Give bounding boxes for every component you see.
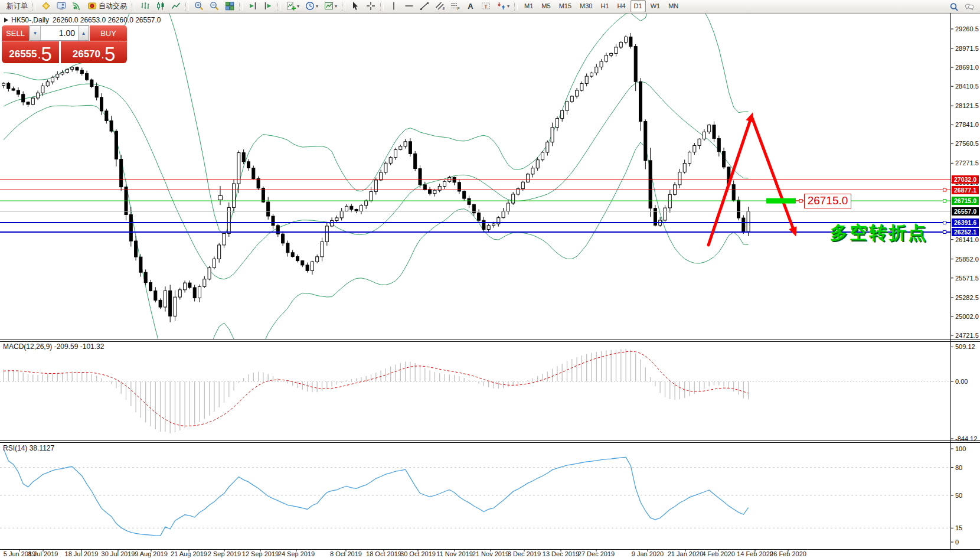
level-price-tag[interactable]: 26877.1 [952,186,979,194]
price-axis-tick-label: 27271.5 [955,159,979,167]
toolbar-separator [132,2,135,11]
object-anchor-square[interactable] [218,196,223,200]
buy-button[interactable]: BUY [90,25,127,41]
horizontal-line-button[interactable] [402,0,416,12]
bear-candle [634,47,637,82]
trendline-button[interactable] [417,0,432,12]
price-level-callout[interactable]: 26715.0 [804,194,851,208]
bear-candle [144,272,147,282]
sell-button[interactable]: SELL [2,25,29,41]
level-line-handle[interactable] [943,231,946,234]
bull-candle [174,297,177,316]
timeframe-m15-button[interactable]: M15 [556,0,575,12]
spinner-down-icon: ▼ [33,31,38,36]
bull-candle [536,160,539,168]
support-zone-bar[interactable] [766,198,796,204]
level-line-handle[interactable] [943,188,946,191]
new-order-button-label: 新订单 [6,1,28,11]
level-price-tag[interactable]: 26391.6 [952,218,979,227]
bull-candle [570,96,573,102]
level-price-tag[interactable]: 26715.0 [952,197,979,205]
fibonacci-button[interactable]: F [448,0,462,12]
channel-button[interactable]: E [433,0,447,12]
data-window-button[interactable] [54,0,68,12]
crosshair-button[interactable] [364,0,378,12]
svg-text:E: E [443,6,445,11]
level-line-handle[interactable] [943,200,946,203]
tile-windows-button[interactable] [223,0,237,12]
templates-button[interactable]: ▾ [322,0,339,12]
price-axis[interactable]: 29260.528971.528691.028410.528121.527841… [950,13,980,549]
price-chart-canvas[interactable] [0,0,980,558]
bull-candle [664,208,667,220]
zoom-in-button[interactable] [192,0,206,12]
svg-text:T: T [484,3,488,9]
periods-button[interactable]: ▾ [303,0,321,12]
indicators-button[interactable]: ▾ [284,0,302,12]
bull-candle [600,61,603,67]
toolbar-separator [342,2,345,11]
level-price-tag[interactable]: 27032.0 [952,175,979,184]
sell-price[interactable]: 26555 . 5 [2,41,59,63]
timeframe-m30-button[interactable]: M30 [576,0,596,12]
bar-chart-button[interactable] [138,0,152,12]
template-icon [324,1,334,11]
text-button[interactable]: A [463,0,478,12]
bull-candle [693,145,696,152]
sell-button-label: SELL [6,29,25,38]
label-button[interactable]: T [479,0,493,12]
vertical-line-button[interactable] [387,0,401,12]
volume-increase-button[interactable]: ▲ [78,26,89,40]
bull-candle [37,93,40,98]
candlestick-chart-button[interactable] [153,0,168,12]
bear-candle [478,213,481,221]
timeframe-h4-button[interactable]: H4 [614,0,629,12]
date-label: 24 Sep 2019 [278,550,315,557]
zoom-out-button[interactable] [207,0,221,12]
chart-shift-button[interactable] [261,0,275,12]
timeframe-mn-button[interactable]: MN [665,0,682,12]
bear-candle [110,121,113,132]
cursor-button[interactable] [348,0,362,12]
search-button[interactable] [947,1,961,13]
price-axis-tick-label: 28410.5 [955,83,979,90]
bull-candle [527,174,530,182]
bear-candle [120,159,123,187]
annotation-note-text[interactable]: 多空转折点 [830,221,927,245]
price-axis-tick-label: 25571.5 [955,275,979,282]
autotrading-button[interactable]: 自动交易 [85,0,129,12]
new-order-button[interactable]: 新订单 [2,0,30,12]
bull-candle [340,211,343,218]
bear-candle [644,122,647,161]
price-axis-tick-label: 29260.5 [955,25,979,32]
arrows-button[interactable]: ▾ [494,0,512,12]
level-price-tag[interactable]: 26557.0 [952,207,979,216]
date-label: 21 Nov 2019 [472,550,509,557]
price-axis-tick-label: 28971.5 [955,45,979,52]
level-price-tag[interactable]: 26252.1 [952,228,979,236]
date-axis[interactable]: 5 Jun 20198 Jul 201918 Jul 201930 Jul 20… [0,549,950,558]
auto-scroll-button[interactable] [246,0,260,12]
buy-price[interactable]: 26570 . 5 [61,41,127,63]
bear-candle [159,300,162,307]
timeframe-h1-button[interactable]: H1 [597,0,612,12]
signals-button[interactable] [70,0,84,12]
bear-candle [242,153,245,162]
chat-button[interactable] [962,1,976,13]
timeframe-d1-button[interactable]: D1 [631,0,646,12]
bear-candle [453,177,456,182]
timeframe-m1-button[interactable]: M1 [521,0,537,12]
timeframe-w1-button[interactable]: W1 [647,0,664,12]
timeframe-m5-button[interactable]: M5 [538,0,554,12]
volume-stepper[interactable]: ▼ 1.00 ▲ [30,25,89,41]
bull-candle [321,242,324,257]
level-line-handle[interactable] [943,221,946,224]
volume-value[interactable]: 1.00 [41,26,78,40]
bear-candle [350,206,353,209]
volume-decrease-button[interactable]: ▼ [30,26,41,40]
market-watch-button[interactable] [39,0,53,12]
bull-candle [512,194,515,203]
line-chart-button[interactable] [169,0,183,12]
terminal-icon [57,1,66,11]
bull-candle [164,291,166,307]
